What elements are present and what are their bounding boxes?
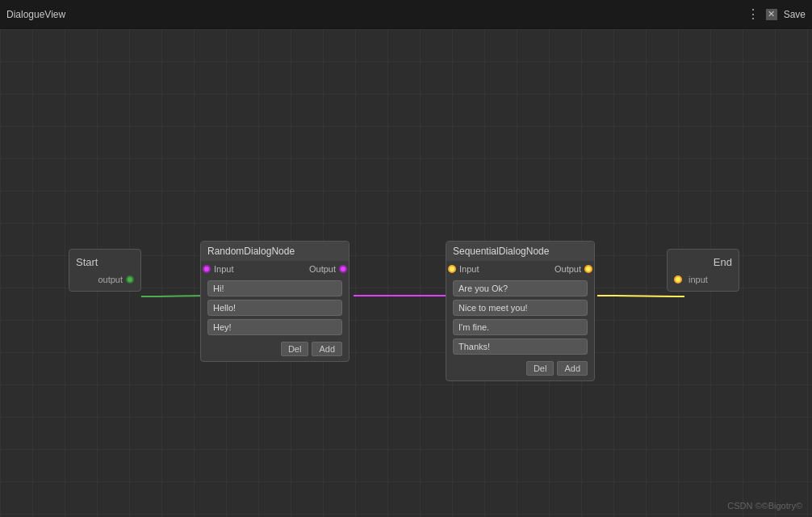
title-bar-left: DialogueView <box>6 9 65 20</box>
end-input-dot[interactable] <box>674 275 682 284</box>
sequential-node-footer: Del Add <box>446 358 594 380</box>
sequential-item-1[interactable]: Nice to meet you! <box>453 300 588 316</box>
random-node-title: RandomDialogNode <box>201 242 349 261</box>
sequential-item-0[interactable]: Are you Ok? <box>453 280 588 296</box>
sequential-item-3[interactable]: Thanks! <box>453 338 588 355</box>
menu-dots[interactable]: ⋮ <box>747 6 760 22</box>
random-del-button[interactable]: Del <box>281 342 309 356</box>
sequential-node-title: SequentialDialogNode <box>446 242 594 261</box>
sequential-input-port: Input <box>446 264 479 274</box>
random-item-0[interactable]: Hi! <box>207 280 342 296</box>
end-node-title: End <box>674 256 732 268</box>
random-node-items: Hi! Hello! Hey! <box>201 277 349 338</box>
sequential-add-button[interactable]: Add <box>557 361 588 376</box>
close-button[interactable]: ✕ <box>766 9 777 20</box>
random-output-port: Output <box>309 264 349 274</box>
random-node-footer: Del Add <box>201 338 349 361</box>
title-bar: DialogueView ⋮ ✕ Save <box>0 0 812 29</box>
random-item-1[interactable]: Hello! <box>207 300 342 316</box>
sequential-input-dot[interactable] <box>448 265 456 273</box>
sequential-input-label: Input <box>459 264 479 274</box>
sequential-output-dot[interactable] <box>584 265 592 273</box>
random-input-port: Input <box>201 264 233 274</box>
random-item-2[interactable]: Hey! <box>207 319 342 335</box>
random-node-ports: Input Output <box>201 261 349 277</box>
sequential-node-items: Are you Ok? Nice to meet you! I'm fine. … <box>446 277 594 358</box>
start-output-port: output <box>76 275 134 284</box>
random-output-dot[interactable] <box>339 265 347 273</box>
random-output-label: Output <box>309 264 336 274</box>
title-bar-right: ⋮ ✕ Save <box>747 6 806 22</box>
start-node[interactable]: Start output <box>69 249 141 292</box>
window-title: DialogueView <box>6 9 65 20</box>
canvas: Start output RandomDialogNode Input Outp… <box>0 29 812 517</box>
sequential-dialog-node[interactable]: SequentialDialogNode Input Output Are yo… <box>446 241 595 381</box>
random-input-label: Input <box>214 264 233 274</box>
start-output-dot[interactable] <box>126 275 134 284</box>
sequential-del-button[interactable]: Del <box>526 361 555 376</box>
random-dialog-node[interactable]: RandomDialogNode Input Output Hi! Hello!… <box>200 241 349 362</box>
start-node-title: Start <box>76 256 134 268</box>
end-input-port: input <box>674 275 732 284</box>
sequential-output-label: Output <box>555 264 581 274</box>
end-node[interactable]: End input <box>667 249 739 292</box>
save-button[interactable]: Save <box>784 9 806 20</box>
sequential-output-port: Output <box>555 264 594 274</box>
sequential-node-ports: Input Output <box>446 261 594 277</box>
start-output-label: output <box>98 275 123 284</box>
watermark: CSDN ©©Bigotry© <box>727 501 802 511</box>
end-input-label: input <box>689 275 708 284</box>
random-add-button[interactable]: Add <box>312 342 342 356</box>
random-input-dot[interactable] <box>203 265 211 273</box>
sequential-item-2[interactable]: I'm fine. <box>453 319 588 335</box>
